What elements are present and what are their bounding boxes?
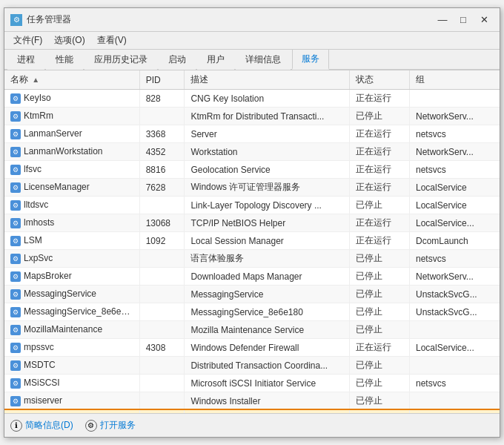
task-manager-window: ⚙ 任务管理器 — □ ✕ 文件(F)选项(O)查看(V) 进程性能应用历史记录… [4, 7, 500, 438]
cell-status: 正在运行 [350, 214, 410, 232]
brief-info-link[interactable]: 简略信息(D) [25, 419, 73, 432]
menu-item[interactable]: 文件(F) [7, 33, 48, 48]
cell-name: ⚙lltdsvc [4, 197, 139, 214]
cell-group: LocalService... [410, 214, 500, 232]
table-row[interactable]: ⚙LxpSvc语言体验服务已停止netsvcs [4, 250, 500, 268]
cell-pid [139, 357, 185, 375]
cell-group [410, 357, 500, 375]
tab-性能[interactable]: 性能 [46, 50, 83, 70]
tab-应用历史记录[interactable]: 应用历史记录 [84, 50, 157, 70]
table-row[interactable]: ⚙MapsBrokerDownloaded Maps Manager已停止Net… [4, 268, 500, 286]
cell-pid: 828 [139, 90, 185, 108]
cell-pid [139, 250, 185, 268]
table-row[interactable]: ⚙lmhosts13068TCP/IP NetBIOS Helper正在运行Lo… [4, 214, 500, 232]
cell-pid: 4352 [139, 143, 185, 161]
title-bar-left: ⚙ 任务管理器 [10, 13, 71, 26]
cell-group: UnstackSvcG... [410, 286, 500, 303]
col-header-status[interactable]: 状态 [350, 70, 410, 90]
cell-status: 正在运行 [350, 161, 410, 179]
cell-name: ⚙LanmanWorkstation [4, 143, 139, 161]
cell-pid: 1092 [139, 232, 185, 250]
content-area: 名称 ▲ PID 描述 状态 组 ⚙KeyIso828CNG Key Isola… [4, 70, 500, 413]
table-row[interactable]: ⚙MSiSCSIMicrosoft iSCSI Initiator Servic… [4, 375, 500, 392]
table-row[interactable]: ⚙KeyIso828CNG Key Isolation正在运行 [4, 90, 500, 108]
tab-启动[interactable]: 启动 [159, 50, 196, 70]
tab-用户[interactable]: 用户 [197, 50, 234, 70]
table-row[interactable]: ⚙MessagingServiceMessagingService已停止Unst… [4, 286, 500, 303]
cell-desc: Local Session Manager [185, 232, 350, 250]
services-table-wrapper[interactable]: 名称 ▲ PID 描述 状态 组 ⚙KeyIso828CNG Key Isola… [4, 70, 500, 413]
cell-desc: CNG Key Isolation [185, 90, 350, 108]
table-body: ⚙KeyIso828CNG Key Isolation正在运行⚙KtmRmKtm… [4, 90, 500, 414]
app-icon: ⚙ [10, 14, 22, 26]
cell-status: 正在运行 [350, 125, 410, 143]
status-bar-left: ℹ 简略信息(D) [10, 419, 73, 432]
cell-desc: Workstation [185, 143, 350, 161]
cell-group: netsvcs [410, 250, 500, 268]
cell-pid [139, 108, 185, 125]
cell-desc: KtmRm for Distributed Transacti... [185, 108, 350, 125]
cell-pid: 3368 [139, 125, 185, 143]
cell-status: 正在运行 [350, 143, 410, 161]
title-controls: — □ ✕ [433, 13, 494, 27]
cell-pid [139, 197, 185, 214]
cell-name: ⚙mpssvc [4, 339, 139, 357]
info-icon[interactable]: ℹ [10, 420, 22, 432]
table-row[interactable]: ⚙MSDTCDistributed Transaction Coordina..… [4, 357, 500, 375]
tab-服务[interactable]: 服务 [292, 49, 329, 70]
table-row[interactable]: ⚙mpssvc4308Windows Defender Firewall正在运行… [4, 339, 500, 357]
cell-group [410, 90, 500, 108]
menu-bar: 文件(F)选项(O)查看(V) [4, 32, 500, 50]
cell-name: ⚙MessagingService_8e6e1... [4, 303, 139, 321]
cell-name: ⚙KtmRm [4, 108, 139, 125]
cell-pid [139, 303, 185, 321]
cell-status: 正在运行 [350, 179, 410, 197]
cell-desc: 语言体验服务 [185, 250, 350, 268]
cell-name: ⚙MSiSCSI [4, 375, 139, 392]
col-header-name[interactable]: 名称 ▲ [4, 70, 139, 90]
cell-desc: MessagingService_8e6e180 [185, 303, 350, 321]
table-row[interactable]: ⚙KtmRmKtmRm for Distributed Transacti...… [4, 108, 500, 125]
cell-group: LocalService... [410, 339, 500, 357]
tab-进程[interactable]: 进程 [7, 50, 44, 70]
close-button[interactable]: ✕ [474, 13, 494, 27]
cell-name: ⚙msiserver [4, 392, 139, 410]
table-row[interactable]: ⚙MozillaMaintenanceMozilla Maintenance S… [4, 321, 500, 339]
col-header-group[interactable]: 组 [410, 70, 500, 90]
cell-desc: Downloaded Maps Manager [185, 268, 350, 286]
cell-group: netsvcs [410, 161, 500, 179]
cell-status: 已停止 [350, 392, 410, 410]
cell-pid: 8816 [139, 161, 185, 179]
cell-group: netsvcs [410, 375, 500, 392]
services-icon[interactable]: ⚙ [85, 420, 97, 432]
table-row[interactable]: ⚙LanmanServer3368Server正在运行netsvcs [4, 125, 500, 143]
cell-name: ⚙MSDTC [4, 357, 139, 375]
cell-name: ⚙MessagingService [4, 286, 139, 303]
table-row[interactable]: ⚙msiserverWindows Installer已停止 [4, 392, 500, 410]
col-header-desc[interactable]: 描述 [185, 70, 350, 90]
cell-desc: Distributed Transaction Coordina... [185, 357, 350, 375]
open-services-link[interactable]: 打开服务 [100, 419, 136, 432]
sort-arrow-name: ▲ [32, 76, 39, 84]
table-row[interactable]: ⚙lfsvc8816Geolocation Service正在运行netsvcs [4, 161, 500, 179]
cell-status: 已停止 [350, 357, 410, 375]
cell-group [410, 321, 500, 339]
col-header-pid[interactable]: PID [139, 70, 185, 90]
table-row[interactable]: ⚙lltdsvcLink-Layer Topology Discovery ..… [4, 197, 500, 214]
cell-group: NetworkServ... [410, 268, 500, 286]
tab-详细信息[interactable]: 详细信息 [236, 50, 291, 70]
menu-item[interactable]: 查看(V) [91, 33, 133, 48]
table-row[interactable]: ⚙MessagingService_8e6e1...MessagingServi… [4, 303, 500, 321]
status-bar-right: ⚙ 打开服务 [85, 419, 136, 432]
minimize-button[interactable]: — [433, 13, 452, 27]
cell-desc: Mozilla Maintenance Service [185, 321, 350, 339]
table-row[interactable]: ⚙LicenseManager7628Windows 许可证管理器服务正在运行L… [4, 179, 500, 197]
table-row[interactable]: ⚙LSM1092Local Session Manager正在运行DcomLau… [4, 232, 500, 250]
maximize-button[interactable]: □ [454, 13, 473, 27]
cell-name: ⚙lmhosts [4, 214, 139, 232]
cell-status: 已停止 [350, 197, 410, 214]
table-row[interactable]: ⚙LanmanWorkstation4352Workstation正在运行Net… [4, 143, 500, 161]
menu-item[interactable]: 选项(O) [48, 33, 90, 48]
cell-status: 已停止 [350, 375, 410, 392]
cell-pid: 4308 [139, 339, 185, 357]
